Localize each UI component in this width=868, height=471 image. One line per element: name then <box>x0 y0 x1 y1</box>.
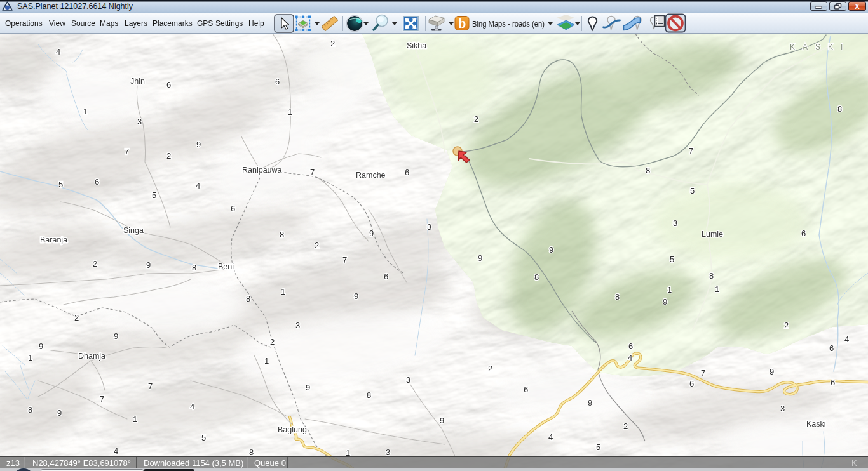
svg-text:5: 5 <box>596 442 600 452</box>
svg-text:Kaski: Kaski <box>806 420 826 428</box>
svg-text:4: 4 <box>190 402 194 411</box>
svg-text:3: 3 <box>427 222 431 232</box>
svg-text:3: 3 <box>137 117 142 126</box>
svg-text:2: 2 <box>488 364 492 373</box>
svg-text:6: 6 <box>166 80 171 90</box>
svg-text:4: 4 <box>114 446 118 456</box>
svg-text:8: 8 <box>28 405 32 415</box>
svg-text:Singa: Singa <box>123 226 144 235</box>
svg-text:1: 1 <box>133 415 137 424</box>
svg-text:8: 8 <box>192 263 196 272</box>
svg-text:4: 4 <box>628 353 632 362</box>
svg-text:9: 9 <box>770 367 774 376</box>
svg-text:2: 2 <box>166 151 171 161</box>
svg-text:8: 8 <box>534 272 539 282</box>
svg-text:4: 4 <box>844 335 849 344</box>
svg-text:9: 9 <box>196 140 201 149</box>
svg-text:9: 9 <box>57 408 62 418</box>
svg-text:9: 9 <box>440 416 444 425</box>
svg-text:Bing Maps - roads (en): Bing Maps - roads (en) <box>472 20 545 29</box>
svg-text:5: 5 <box>201 433 206 442</box>
svg-text:8: 8 <box>615 292 620 302</box>
svg-text:Baranja: Baranja <box>40 236 67 244</box>
svg-text:8: 8 <box>367 390 371 400</box>
svg-text:9: 9 <box>114 331 118 341</box>
svg-text:7: 7 <box>148 381 153 391</box>
svg-text:5: 5 <box>670 255 674 264</box>
svg-text:9: 9 <box>549 245 553 255</box>
svg-text:2: 2 <box>623 421 628 431</box>
svg-text:7: 7 <box>701 368 705 378</box>
svg-text:6: 6 <box>831 378 835 387</box>
svg-text:2: 2 <box>474 114 478 124</box>
svg-text:Baglung: Baglung <box>278 425 307 434</box>
svg-text:8: 8 <box>249 448 254 457</box>
svg-text:7: 7 <box>125 147 129 156</box>
svg-text:3: 3 <box>673 218 677 228</box>
svg-text:1: 1 <box>28 353 32 362</box>
svg-text:9: 9 <box>588 398 592 408</box>
svg-text:6: 6 <box>524 385 528 394</box>
svg-text:8: 8 <box>246 294 250 303</box>
svg-text:9: 9 <box>663 297 667 307</box>
svg-text:3: 3 <box>386 448 390 457</box>
svg-text:2: 2 <box>74 313 79 322</box>
svg-text:6: 6 <box>95 177 99 187</box>
svg-text:6: 6 <box>275 77 280 86</box>
svg-text:7: 7 <box>342 255 347 265</box>
svg-text:Ramche: Ramche <box>356 171 386 180</box>
svg-text:3: 3 <box>406 375 410 385</box>
svg-text:4: 4 <box>548 432 553 442</box>
svg-text:9: 9 <box>354 291 358 301</box>
svg-text:Sikha: Sikha <box>407 41 426 50</box>
svg-text:9: 9 <box>306 383 310 392</box>
svg-text:4: 4 <box>196 181 200 190</box>
svg-text:6: 6 <box>801 229 806 238</box>
svg-text:8: 8 <box>709 271 714 281</box>
svg-text:9: 9 <box>369 229 374 238</box>
svg-text:2: 2 <box>315 241 319 250</box>
svg-text:Lumle: Lumle <box>702 230 723 239</box>
svg-text:6: 6 <box>829 343 834 353</box>
svg-text:9: 9 <box>39 342 43 351</box>
svg-text:3: 3 <box>295 321 300 330</box>
svg-text:2: 2 <box>330 39 335 48</box>
svg-text:2: 2 <box>270 337 275 347</box>
svg-text:9: 9 <box>478 253 482 263</box>
svg-text:5: 5 <box>58 180 63 189</box>
svg-text:2: 2 <box>784 321 789 330</box>
svg-text:8: 8 <box>646 166 650 175</box>
svg-text:Jhin: Jhin <box>130 77 145 86</box>
svg-text:1: 1 <box>83 107 88 116</box>
svg-text:6: 6 <box>384 272 388 281</box>
svg-text:4: 4 <box>56 47 60 56</box>
svg-text:b: b <box>458 17 466 30</box>
svg-text:9: 9 <box>146 260 151 270</box>
svg-text:6: 6 <box>689 379 694 388</box>
svg-text:5: 5 <box>690 186 695 196</box>
svg-text:1: 1 <box>281 287 285 296</box>
svg-text:8: 8 <box>837 104 842 114</box>
svg-text:1: 1 <box>667 285 672 295</box>
svg-text:1: 1 <box>288 107 292 117</box>
svg-text:Beni: Beni <box>218 262 234 271</box>
svg-text:5: 5 <box>152 190 156 200</box>
svg-text:7: 7 <box>689 146 693 156</box>
svg-text:6: 6 <box>405 168 409 177</box>
svg-text:8: 8 <box>280 230 284 239</box>
svg-text:1: 1 <box>264 356 269 366</box>
svg-text:6: 6 <box>628 342 633 351</box>
svg-text:7: 7 <box>310 168 315 177</box>
svg-text:X: X <box>855 3 860 10</box>
svg-text:6: 6 <box>231 204 235 213</box>
svg-text:1: 1 <box>715 284 719 294</box>
svg-text:Dhamja: Dhamja <box>78 352 105 361</box>
svg-text:2: 2 <box>93 259 97 269</box>
svg-text:KASKI: KASKI <box>790 43 850 51</box>
svg-text:Ranipauwa: Ranipauwa <box>242 166 282 175</box>
svg-text:7: 7 <box>100 394 104 404</box>
svg-text:3: 3 <box>780 404 785 413</box>
